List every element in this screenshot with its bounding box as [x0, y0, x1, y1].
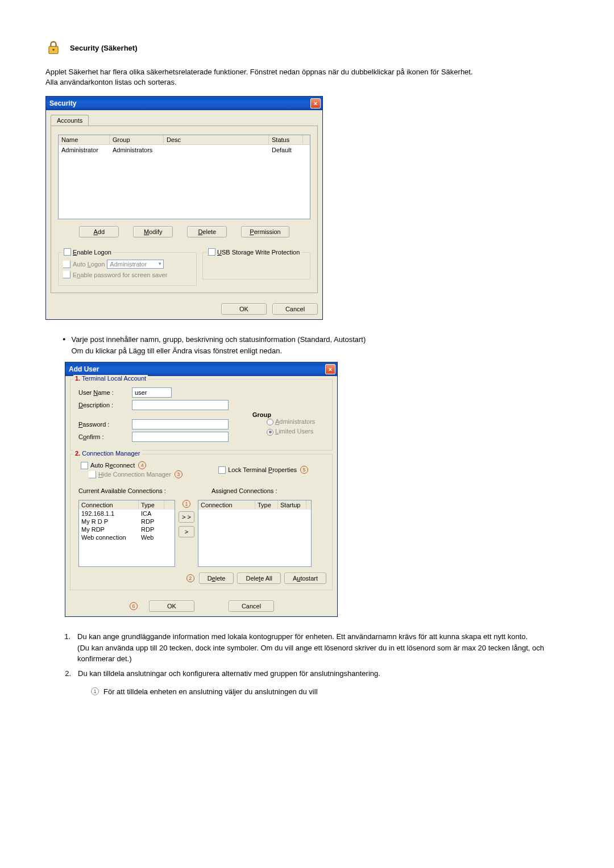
lock-tp-label: Lock Terminal Properties: [228, 466, 297, 473]
enable-pw-ss-label: Enable password for screen saver: [73, 272, 167, 278]
move-one-button[interactable]: >: [179, 526, 194, 537]
password-input[interactable]: [132, 419, 229, 429]
subnote-text: För att tilldela enheten en anslutning v…: [103, 687, 318, 696]
col-status[interactable]: Status: [269, 135, 303, 144]
delete-button[interactable]: Delete: [187, 226, 227, 237]
security-dialog: Security × Accounts Name Group Desc Stat…: [45, 96, 323, 320]
usb-label: USB Storage Write Protection: [217, 249, 300, 256]
auto-logon-checkbox[interactable]: [63, 261, 70, 268]
assigned-connections-list[interactable]: Connection Type Startup: [198, 500, 312, 567]
group-label: Group: [252, 411, 326, 418]
list-item[interactable]: My RDPRDP: [79, 525, 175, 533]
delete-conn-button[interactable]: Delete: [199, 573, 234, 584]
delete-all-button[interactable]: Delete All: [237, 573, 280, 584]
tab-accounts[interactable]: Accounts: [51, 115, 89, 126]
user-name-label: User Name :: [78, 389, 124, 396]
adduser-dialog: Add User × 1. Terminal Local Account Use…: [65, 362, 338, 617]
tla-num: 1.: [75, 375, 80, 382]
avail-col-conn[interactable]: Connection: [79, 500, 139, 510]
move-all-button[interactable]: > >: [179, 511, 194, 523]
callout-4: 4: [138, 461, 146, 469]
lock-icon: [45, 40, 61, 56]
confirm-label: Confirm :: [78, 433, 124, 440]
confirm-input[interactable]: [132, 432, 229, 442]
autostart-button[interactable]: Autostart: [284, 573, 326, 584]
cancel-button[interactable]: Cancel: [272, 303, 318, 315]
list-item[interactable]: Web connectionWeb: [79, 533, 175, 541]
auto-reconnect-checkbox[interactable]: [81, 462, 88, 469]
user-name-input[interactable]: [132, 387, 172, 398]
asg-col-startup[interactable]: Startup: [278, 500, 306, 510]
connection-manager-group: 2. Connection Manager Auto Reconnect 4 H…: [70, 454, 333, 590]
usb-checkbox[interactable]: [208, 248, 215, 256]
auto-reconnect-label: Auto Reconnect: [90, 462, 135, 469]
ok-button[interactable]: OK: [221, 303, 267, 315]
adduser-title: Add User: [69, 365, 99, 373]
hide-cm-label: Hide Connection Manager: [98, 471, 171, 478]
bullet-icon: ●: [63, 334, 65, 356]
hide-cm-checkbox[interactable]: [89, 471, 96, 478]
numlist-item1: Du kan ange grundläggande information me…: [77, 631, 569, 665]
enable-pw-ss-checkbox[interactable]: [63, 271, 70, 278]
intro-line2: Alla användarkonton listas och sorteras.: [45, 77, 569, 87]
enable-logon-label: Enable Logon: [73, 249, 111, 256]
adduser-cancel-button[interactable]: Cancel: [229, 600, 274, 612]
tla-title: Terminal Local Account: [82, 375, 146, 382]
numbered-list: 1. Du kan ange grundläggande information…: [63, 631, 569, 679]
accounts-listview[interactable]: Name Group Desc Status Administrator Adm…: [58, 135, 310, 219]
bullet-line1: Varje post innehåller namn, grupp, beskr…: [71, 334, 366, 345]
list-item[interactable]: My R D PRDP: [79, 518, 175, 525]
cm-num: 2.: [75, 450, 80, 457]
num-1: 1.: [63, 631, 70, 665]
current-avail-label: Current Available Connections :: [78, 487, 166, 494]
bullet-section: ● Varje post innehåller namn, grupp, bes…: [63, 334, 569, 356]
close-icon[interactable]: ×: [310, 98, 321, 108]
security-titlebar: Security ×: [46, 97, 322, 110]
asg-col-conn[interactable]: Connection: [198, 500, 255, 510]
asg-col-type[interactable]: Type: [255, 500, 278, 510]
enable-logon-checkbox[interactable]: [64, 248, 71, 256]
cell-name: Administrator: [59, 145, 110, 155]
callout-3: 3: [175, 470, 182, 478]
callout-1: 1: [182, 500, 190, 508]
intro-line1: Applet Säkerhet har flera olika säkerhet…: [45, 67, 569, 77]
col-name[interactable]: Name: [59, 135, 110, 144]
table-row[interactable]: Administrator Administrators Default: [59, 145, 310, 155]
assigned-label: Assigned Connections :: [211, 487, 277, 494]
callout-6: 6: [130, 602, 138, 610]
section-header: Security (Säkerhet): [45, 40, 569, 56]
col-desc[interactable]: Desc: [164, 135, 269, 144]
available-connections-list[interactable]: Connection Type 192.168.1.1ICAMy R D PRD…: [78, 500, 175, 567]
cell-desc: [164, 145, 269, 155]
list-item[interactable]: 192.168.1.1ICA: [79, 510, 175, 518]
numlist-item2: Du kan tilldela anslutningar och konfigu…: [78, 668, 380, 679]
radio-limited[interactable]: [267, 429, 273, 436]
permission-button[interactable]: Permission: [241, 226, 289, 237]
cell-status: Default: [269, 145, 303, 155]
lock-tp-checkbox[interactable]: [218, 466, 226, 474]
close-icon[interactable]: ×: [325, 364, 335, 374]
intro-text: Applet Säkerhet har flera olika säkerhet…: [45, 67, 569, 87]
cell-group: Administrators: [110, 145, 164, 155]
subnote: 1 För att tilldela enheten en anslutning…: [90, 687, 569, 696]
description-label: Description :: [78, 402, 124, 408]
tab-strip: Accounts: [51, 115, 318, 126]
auto-logon-dropdown[interactable]: Administrator: [107, 260, 164, 269]
subnote-callout: 1: [91, 687, 99, 695]
cm-title: Connection Manager: [82, 450, 140, 457]
description-input[interactable]: [132, 400, 229, 410]
adduser-ok-button[interactable]: OK: [149, 600, 194, 612]
password-label: Password :: [78, 421, 124, 428]
adduser-titlebar: Add User ×: [65, 362, 337, 376]
radio-admins[interactable]: [267, 419, 273, 425]
security-title: Security: [49, 99, 76, 107]
callout-2: 2: [186, 574, 194, 582]
bullet-line2: Om du klickar på Lägg till eller Ändra v…: [71, 345, 366, 357]
avail-col-type[interactable]: Type: [139, 500, 164, 510]
terminal-local-account-group: 1. Terminal Local Account User Name : De…: [70, 379, 333, 450]
add-button[interactable]: Add: [79, 226, 119, 237]
num-2: 2.: [63, 668, 71, 679]
callout-5: 5: [300, 466, 308, 474]
modify-button[interactable]: Modify: [133, 226, 173, 237]
col-group[interactable]: Group: [110, 135, 164, 144]
